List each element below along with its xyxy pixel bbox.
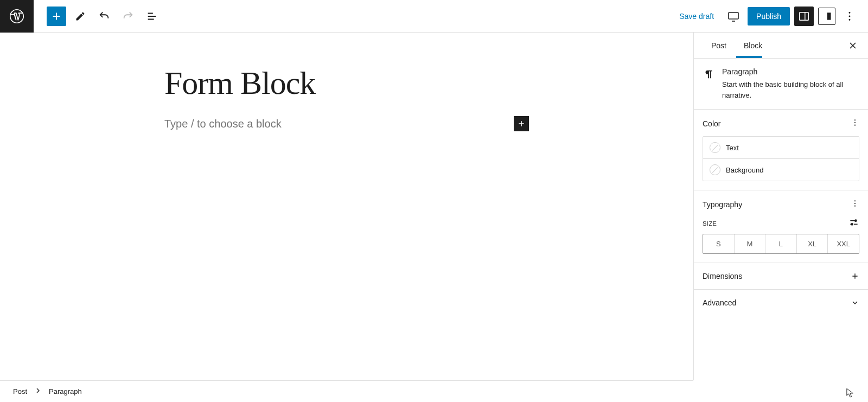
dimensions-panel-header[interactable]: Dimensions (694, 263, 868, 290)
block-type-title: Paragraph (722, 67, 859, 76)
post-title[interactable]: Form Block (164, 65, 529, 101)
more-vertical-icon (851, 199, 859, 208)
empty-paragraph-block[interactable]: Type / to choose a block (164, 116, 529, 131)
svg-point-14 (851, 224, 853, 225)
size-xxl[interactable]: XXL (827, 234, 859, 253)
background-color-button[interactable]: Background (703, 158, 859, 181)
save-draft-button[interactable]: Save draft (674, 12, 719, 21)
sidebar-tabs: Post Block (694, 33, 868, 59)
color-panel-options-button[interactable] (851, 118, 859, 129)
color-panel: Color Text Background (694, 110, 868, 190)
tab-post[interactable]: Post (703, 34, 735, 58)
empty-swatch-icon (710, 164, 720, 175)
top-toolbar: Save draft Publish (0, 0, 868, 33)
redo-icon (122, 10, 134, 22)
advanced-panel-title: Advanced (703, 298, 736, 307)
plus-icon (50, 10, 62, 22)
inline-inserter-button[interactable] (514, 116, 529, 131)
document-overview-button[interactable] (142, 7, 162, 26)
size-s[interactable]: S (703, 234, 734, 253)
publish-button[interactable]: Publish (748, 7, 790, 25)
font-size-group: S M L XL XXL (703, 234, 859, 254)
wordpress-icon (9, 9, 24, 24)
svg-point-8 (854, 122, 856, 123)
more-vertical-icon (844, 10, 856, 22)
undo-button[interactable] (94, 7, 114, 26)
undo-icon (98, 10, 110, 22)
text-color-button[interactable]: Text (703, 137, 859, 158)
size-label: SIZE (703, 220, 717, 227)
settings-sidebar: Post Block Paragraph Start with the basi… (693, 33, 868, 380)
block-info-panel: Paragraph Start with the basic building … (694, 59, 868, 110)
jetpack-button[interactable] (818, 8, 835, 25)
advanced-panel-header[interactable]: Advanced (694, 290, 868, 316)
close-sidebar-button[interactable] (844, 37, 861, 54)
more-vertical-icon (851, 118, 859, 127)
svg-point-12 (854, 206, 856, 207)
pencil-icon (75, 11, 86, 22)
list-view-icon (146, 10, 158, 22)
wp-logo-button[interactable] (0, 0, 34, 33)
text-color-label: Text (726, 144, 739, 152)
size-m[interactable]: M (734, 234, 765, 253)
svg-point-4 (849, 12, 851, 14)
empty-swatch-icon (710, 142, 720, 153)
panel-icon (821, 11, 832, 22)
mouse-cursor-icon (846, 388, 854, 398)
settings-toggle-button[interactable] (794, 7, 814, 26)
editor-canvas: Form Block Type / to choose a block (0, 33, 693, 380)
svg-point-11 (854, 203, 856, 204)
close-icon (847, 40, 858, 51)
toolbar-left-group (34, 7, 162, 26)
tools-button[interactable] (71, 7, 90, 26)
block-inserter-button[interactable] (47, 7, 66, 26)
typography-panel: Typography SIZE S M L XL XXL (694, 190, 868, 263)
breadcrumb-current: Paragraph (49, 387, 82, 395)
sliders-icon (848, 217, 859, 228)
block-breadcrumb: Post Paragraph (0, 380, 693, 402)
tab-underline (736, 56, 762, 58)
svg-point-9 (854, 125, 856, 126)
background-color-label: Background (726, 166, 763, 174)
desktop-icon (727, 10, 740, 23)
svg-rect-3 (827, 12, 831, 20)
typography-panel-options-button[interactable] (851, 199, 859, 209)
chevron-right-icon (34, 386, 42, 397)
plus-icon (851, 272, 859, 280)
paragraph-icon (703, 67, 714, 100)
sidebar-icon (798, 10, 810, 22)
preview-button[interactable] (724, 7, 743, 26)
redo-button[interactable] (118, 7, 138, 26)
svg-rect-1 (729, 12, 738, 19)
chevron-down-icon (851, 298, 859, 307)
custom-size-button[interactable] (848, 217, 859, 229)
svg-point-13 (855, 220, 857, 221)
toolbar-right-group: Save draft Publish (674, 7, 868, 26)
svg-point-5 (849, 15, 851, 17)
block-placeholder-text: Type / to choose a block (164, 118, 282, 130)
breadcrumb-root[interactable]: Post (13, 387, 27, 395)
size-xl[interactable]: XL (796, 234, 828, 253)
svg-point-6 (849, 18, 851, 20)
size-l[interactable]: L (765, 234, 796, 253)
tab-block[interactable]: Block (735, 34, 771, 58)
dimensions-panel-title: Dimensions (703, 272, 742, 280)
svg-point-10 (854, 200, 856, 201)
svg-point-7 (854, 119, 856, 120)
plus-icon (517, 119, 526, 128)
options-button[interactable] (840, 7, 859, 26)
block-type-description: Start with the basic building block of a… (722, 79, 859, 100)
color-panel-title: Color (703, 119, 720, 128)
typography-panel-title: Typography (703, 200, 742, 209)
svg-rect-2 (800, 12, 809, 20)
